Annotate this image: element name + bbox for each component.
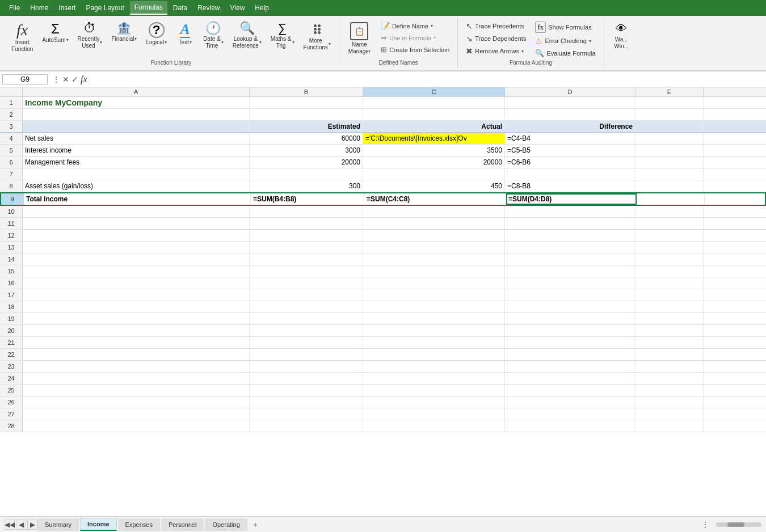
- cell-c6[interactable]: 20000: [363, 157, 505, 168]
- cell-a17[interactable]: [23, 289, 250, 301]
- cell-d16[interactable]: [505, 277, 635, 289]
- sheet-tab-summary[interactable]: Summary: [37, 518, 79, 531]
- lookup-ref-button[interactable]: 🔍 Lookup &Reference ▾: [229, 20, 265, 51]
- row-header-18[interactable]: 18: [0, 301, 23, 313]
- cell-a23[interactable]: [23, 361, 250, 372]
- row-header-28[interactable]: 28: [0, 420, 23, 432]
- trace-precedents-button[interactable]: ↖ Trace Precedents: [462, 20, 529, 32]
- row-header-4[interactable]: 4: [0, 133, 23, 144]
- cell-e21[interactable]: [635, 337, 704, 348]
- cell-d22[interactable]: [505, 349, 635, 360]
- cell-a25[interactable]: [23, 385, 250, 396]
- row-header-14[interactable]: 14: [0, 254, 23, 265]
- cell-b24[interactable]: [250, 373, 363, 384]
- row-header-3[interactable]: 3: [0, 121, 23, 132]
- date-time-button[interactable]: 🕐 Date &Time ▾: [200, 20, 227, 51]
- cell-e23[interactable]: [635, 361, 704, 372]
- watch-window-button[interactable]: 👁 Wa...Win...: [609, 20, 634, 52]
- logical-button[interactable]: ? Logical ▾: [142, 20, 170, 48]
- row-header-7[interactable]: 7: [0, 168, 23, 180]
- error-checking-button[interactable]: ⚠ Error Checking ▾: [532, 35, 599, 47]
- cell-e10[interactable]: [635, 206, 704, 217]
- cell-c24[interactable]: [363, 373, 505, 384]
- cell-b4[interactable]: 60000: [250, 133, 363, 144]
- row-header-9[interactable]: 9: [1, 193, 24, 205]
- menu-file[interactable]: File: [5, 2, 24, 14]
- cell-d26[interactable]: [505, 396, 635, 408]
- cell-b11[interactable]: [250, 218, 363, 229]
- cell-b23[interactable]: [250, 361, 363, 372]
- row-header-15[interactable]: 15: [0, 265, 23, 277]
- cell-d5[interactable]: =C5-B5: [505, 145, 635, 156]
- cell-a22[interactable]: [23, 349, 250, 360]
- formula-bar-options-icon[interactable]: ⋮: [52, 75, 60, 84]
- evaluate-formula-button[interactable]: 🔍 Evaluate Formula: [532, 48, 599, 58]
- cell-e17[interactable]: [635, 289, 704, 301]
- cell-c26[interactable]: [363, 396, 505, 408]
- cell-e28[interactable]: [635, 420, 704, 432]
- cell-d1[interactable]: [505, 97, 635, 108]
- cell-b18[interactable]: [250, 301, 363, 313]
- row-header-23[interactable]: 23: [0, 361, 23, 372]
- cell-c11[interactable]: [363, 218, 505, 229]
- cell-d14[interactable]: [505, 254, 635, 265]
- row-header-13[interactable]: 13: [0, 242, 23, 253]
- menu-page-layout[interactable]: Page Layout: [81, 2, 128, 14]
- cell-a2[interactable]: [23, 109, 250, 120]
- cell-e5[interactable]: [635, 145, 704, 156]
- cell-a15[interactable]: [23, 265, 250, 277]
- row-header-22[interactable]: 22: [0, 349, 23, 360]
- row-header-11[interactable]: 11: [0, 218, 23, 229]
- first-sheet-arrow[interactable]: ◀◀: [5, 520, 15, 530]
- trace-dependents-button[interactable]: ↘ Trace Dependents: [462, 33, 529, 44]
- cell-d17[interactable]: [505, 289, 635, 301]
- cell-d12[interactable]: [505, 230, 635, 241]
- cell-e19[interactable]: [635, 313, 704, 324]
- cell-e15[interactable]: [635, 265, 704, 277]
- menu-view[interactable]: View: [226, 2, 250, 14]
- cell-c16[interactable]: [363, 277, 505, 289]
- cell-d13[interactable]: [505, 242, 635, 253]
- col-header-e[interactable]: E: [635, 87, 704, 96]
- col-header-a[interactable]: A: [23, 87, 250, 96]
- horizontal-scrollbar[interactable]: [716, 522, 761, 527]
- cell-a13[interactable]: [23, 242, 250, 253]
- cell-e8[interactable]: [635, 180, 704, 192]
- cell-d3[interactable]: Difference: [505, 121, 635, 132]
- row-header-5[interactable]: 5: [0, 145, 23, 156]
- text-button[interactable]: A Text ▾: [172, 20, 197, 48]
- menu-review[interactable]: Review: [193, 2, 224, 14]
- cell-e20[interactable]: [635, 325, 704, 336]
- cell-d25[interactable]: [505, 385, 635, 396]
- prev-sheet-arrow[interactable]: ◀: [16, 520, 26, 530]
- cell-a19[interactable]: [23, 313, 250, 324]
- cell-d21[interactable]: [505, 337, 635, 348]
- cell-a26[interactable]: [23, 396, 250, 408]
- cell-e27[interactable]: [635, 408, 704, 420]
- cell-a6[interactable]: Management fees: [23, 157, 250, 168]
- remove-arrows-button[interactable]: ✖ Remove Arrows ▾: [462, 45, 529, 57]
- cell-d15[interactable]: [505, 265, 635, 277]
- cell-b8[interactable]: 300: [250, 180, 363, 192]
- cell-b21[interactable]: [250, 337, 363, 348]
- row-header-16[interactable]: 16: [0, 277, 23, 289]
- cell-a24[interactable]: [23, 373, 250, 384]
- cell-b12[interactable]: [250, 230, 363, 241]
- insert-function-button[interactable]: fx InsertFunction: [8, 20, 36, 54]
- row-header-26[interactable]: 26: [0, 396, 23, 408]
- cell-a7[interactable]: [23, 168, 250, 180]
- cell-a27[interactable]: [23, 408, 250, 420]
- cell-b9[interactable]: =SUM(B4:B8): [251, 193, 364, 205]
- cell-b1[interactable]: [250, 97, 363, 108]
- cell-b7[interactable]: [250, 168, 363, 180]
- status-more-icon[interactable]: ⋮: [699, 518, 712, 531]
- cell-d11[interactable]: [505, 218, 635, 229]
- cell-d24[interactable]: [505, 373, 635, 384]
- cell-c8[interactable]: 450: [363, 180, 505, 192]
- cell-c13[interactable]: [363, 242, 505, 253]
- autosum-button[interactable]: Σ AutoSum ▾: [39, 20, 71, 45]
- cell-c27[interactable]: [363, 408, 505, 420]
- formula-cancel-icon[interactable]: ✕: [62, 75, 69, 84]
- menu-home[interactable]: Home: [26, 2, 53, 14]
- maths-trig-button[interactable]: ∑ Maths &Trig ▾: [267, 20, 298, 51]
